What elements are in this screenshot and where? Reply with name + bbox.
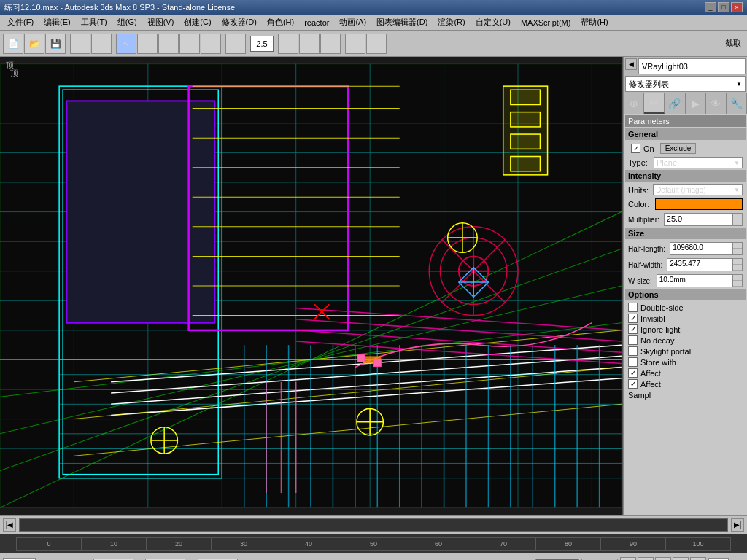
wsize-down[interactable]: ▼ [733,281,742,287]
next-frame-button[interactable]: ▶ [673,557,689,561]
color-swatch[interactable] [655,198,743,210]
save-btn[interactable]: 💾 [45,34,66,54]
redo-btn[interactable]: ↪ [91,34,112,54]
store-with-box[interactable] [628,357,638,367]
skylight-box[interactable] [628,346,638,356]
menu-item-f[interactable]: 文件(F) [3,15,38,29]
half-length-up[interactable]: ▲ [733,243,742,249]
menu-item-a[interactable]: 动画(A) [335,15,371,29]
double-side-box[interactable] [628,303,638,312]
title-bar: 练习12.10.max - Autodesk 3ds Max 8 SP3 - S… [0,0,747,15]
play-button[interactable]: ▶ [655,557,671,561]
percent-snap-btn[interactable]: % [320,34,341,54]
track-bar[interactable]: 0 10 20 30 40 50 60 70 80 90 100 [0,534,747,553]
angle-snap-btn[interactable]: ∠ [299,34,320,54]
menu-item-c[interactable]: 创建(C) [179,15,215,29]
current-frame-input[interactable] [708,558,729,561]
affect2-checkbox[interactable]: Affect [625,378,746,389]
close-button[interactable]: × [731,2,743,12]
toolbar-right-label: 截取 [725,38,741,49]
tab-motion[interactable]: ▶ [686,93,706,114]
multiplier-up[interactable]: ▲ [733,214,742,219]
units-dropdown[interactable]: Default (image) ▼ [653,184,743,195]
tab-modify[interactable]: ✏ [644,93,665,114]
on-checkbox[interactable]: On [628,143,657,154]
half-width-down[interactable]: ▼ [733,265,742,271]
menu-item-d[interactable]: 修改器(D) [217,15,261,29]
menu-item-h[interactable]: 角色(H) [263,15,298,29]
tab-hierarchy[interactable]: 🔗 [665,93,685,114]
no-decay-checkbox[interactable]: No decay [625,335,746,346]
affect1-box[interactable] [628,368,638,378]
half-length-down[interactable]: ▼ [733,249,742,254]
half-length-spinbox[interactable]: 109680.0 ▲ ▼ [670,242,743,255]
goto-start-button[interactable]: |◀ [620,557,636,561]
store-with-checkbox[interactable]: Store with [625,357,746,368]
viewport-area[interactable]: 顶 [0,57,623,515]
menu-item-u[interactable]: 自定义(U) [471,15,515,29]
menu-item-d[interactable]: 图表编辑器(D) [372,15,432,29]
invisible-box[interactable] [628,314,638,323]
minimize-button[interactable]: _ [705,2,716,12]
menu-item-r[interactable]: 渲染(R) [433,15,469,29]
half-width-up[interactable]: ▲ [733,259,742,265]
menu-item-v[interactable]: 视图(V) [143,15,179,29]
svg-rect-109 [357,354,365,362]
align-btn[interactable]: ≡ [366,34,387,54]
half-width-spinbox[interactable]: 2435.477 ▲ ▼ [667,258,743,271]
svg-rect-35 [511,90,541,104]
zoom-input[interactable] [250,36,274,52]
panel-nav-prev[interactable]: ◀ [625,58,637,70]
prev-frame-button[interactable]: ◀ [638,557,654,561]
snap-btn[interactable]: ⊞ [278,34,298,54]
tab-create[interactable]: ⊕ [624,93,644,114]
object-name-field[interactable] [638,58,746,74]
double-side-checkbox[interactable]: Double-side [625,302,746,313]
modifier-stack-arrow: ▼ [736,81,742,88]
undo-btn[interactable]: ↩ [70,34,90,54]
goto-end-button[interactable]: ▶| [690,557,706,561]
timeline-track[interactable] [19,518,728,532]
timeline-go-start[interactable]: |◀ [3,518,16,532]
no-decay-box[interactable] [628,335,638,345]
mirror-btn[interactable]: ⟺ [345,34,365,54]
maximize-button[interactable]: □ [718,2,729,12]
wsize-up[interactable]: ▲ [733,275,742,281]
tab-utilities[interactable]: 🔧 [727,93,747,114]
window-controls[interactable]: _ □ × [705,2,743,12]
select-region-btn[interactable]: ⬚ [137,34,158,54]
menu-item-reactor[interactable]: reactor [300,17,333,28]
viewport-btn[interactable]: 顶 [225,34,246,54]
affect1-checkbox[interactable]: Affect [625,368,746,378]
menu-item-h[interactable]: 帮助(H) [576,15,612,29]
keyframe-bar[interactable]: 0 10 20 30 40 50 60 70 80 90 100 [16,537,731,551]
scale-btn[interactable]: ⤢ [201,34,221,54]
ignore-light-checkbox[interactable]: Ignore light [625,324,746,335]
rotate-btn[interactable]: ↻ [179,34,200,54]
move-btn[interactable]: ✛ [158,34,179,54]
menu-item-g[interactable]: 组(G) [113,15,142,29]
exclude-button[interactable]: Exclude [660,143,697,154]
skylight-checkbox[interactable]: Skylight portal [625,346,746,357]
menu-item-t[interactable]: 工具(T) [77,15,112,29]
affect2-box[interactable] [628,379,638,389]
svg-rect-23 [66,101,214,322]
type-dropdown[interactable]: Plane ▼ [654,157,743,168]
modifier-stack-dropdown[interactable]: 修改器列表 ▼ [625,76,746,92]
invisible-checkbox[interactable]: Invisibl [625,313,746,324]
frame-counter[interactable]: 0 / 100 [3,558,36,561]
new-btn[interactable]: 📄 [3,34,23,54]
svg-rect-36 [511,112,541,127]
menu-item-e[interactable]: 编辑(E) [39,15,75,29]
multiplier-down[interactable]: ▼ [733,219,742,225]
menu-item-maxscriptm[interactable]: MAXScript(M) [516,17,575,28]
select-btn[interactable]: ↖ [116,34,136,54]
wsize-spinbox[interactable]: 10.0mm ▲ ▼ [657,274,743,287]
timeline-go-end[interactable]: ▶| [731,518,744,532]
playback-controls: |◀ ◀ ▶ ▶ ▶| [620,557,706,561]
tab-display[interactable]: 👁 [706,93,727,114]
ignore-light-box[interactable] [628,324,638,334]
multiplier-spinbox[interactable]: 25.0 ▲ ▼ [664,213,743,226]
open-btn[interactable]: 📂 [24,34,44,54]
on-checkbox-box[interactable] [631,144,640,153]
